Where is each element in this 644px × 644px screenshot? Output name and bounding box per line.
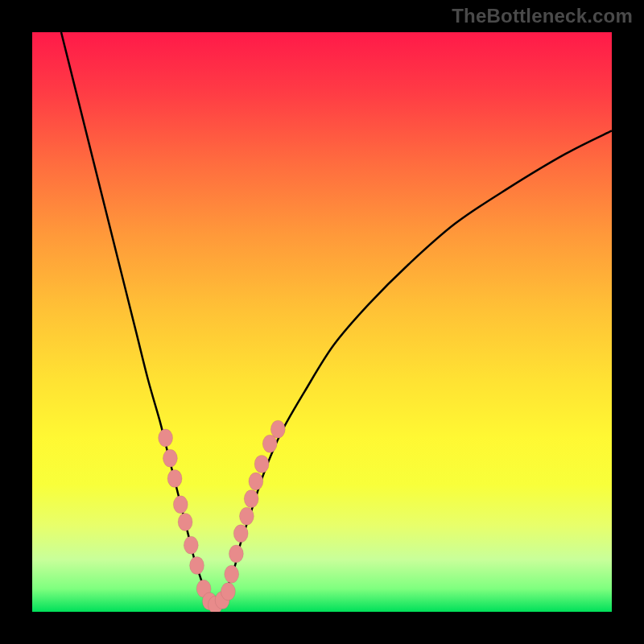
- data-marker: [233, 525, 248, 543]
- data-marker: [184, 536, 198, 554]
- chart-svg: [32, 32, 612, 612]
- data-marker: [190, 556, 204, 574]
- data-marker: [270, 420, 285, 438]
- data-marker: [244, 490, 258, 508]
- data-marker: [229, 545, 243, 563]
- data-marker: [159, 429, 173, 447]
- watermark-text: TheBottleneck.com: [452, 5, 633, 27]
- data-marker: [163, 449, 177, 467]
- data-marker: [225, 565, 239, 583]
- data-marker: [254, 455, 269, 473]
- plot-area: [32, 32, 612, 612]
- data-marker: [239, 507, 254, 525]
- data-marker: [167, 469, 182, 487]
- data-marker: [262, 435, 277, 452]
- data-marker: [178, 513, 192, 530]
- data-marker: [221, 583, 235, 601]
- marker-group: [159, 420, 286, 612]
- data-marker: [249, 473, 263, 490]
- right-branch-curve: [212, 130, 612, 605]
- data-marker: [173, 496, 188, 514]
- outer-frame: TheBottleneck.com: [0, 0, 644, 644]
